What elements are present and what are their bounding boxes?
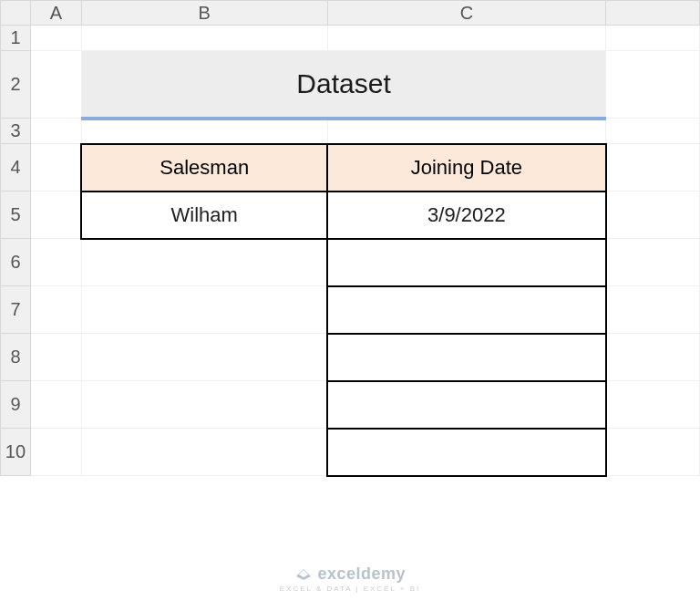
cell-B8[interactable] (81, 334, 327, 381)
cell-D5[interactable] (606, 192, 700, 239)
col-header-A[interactable]: A (30, 1, 81, 26)
col-header-C[interactable]: C (327, 1, 606, 26)
cell-A5[interactable] (30, 192, 81, 239)
row-header-8[interactable]: 8 (1, 334, 31, 381)
cell-salesman-1[interactable]: Wilham (81, 192, 327, 239)
cell-joining-date-2[interactable] (327, 239, 606, 286)
cell-B7[interactable] (81, 286, 327, 334)
watermark-brand: exceldemy (317, 564, 406, 583)
col-header-D[interactable] (606, 1, 700, 26)
table-header-salesman[interactable]: Salesman (81, 144, 327, 192)
svg-marker-0 (296, 569, 311, 580)
cell-D1[interactable] (606, 26, 700, 51)
svg-marker-1 (299, 570, 308, 577)
cell-A6[interactable] (30, 239, 81, 286)
cell-B3[interactable] (81, 119, 327, 144)
cell-joining-date-6[interactable] (327, 429, 606, 476)
table-header-joining-date[interactable]: Joining Date (327, 144, 606, 192)
cell-joining-date-3[interactable] (327, 286, 606, 334)
cell-A9[interactable] (30, 381, 81, 429)
row-header-3[interactable]: 3 (1, 119, 31, 144)
row-header-9[interactable]: 9 (1, 381, 31, 429)
watermark: exceldemy EXCEL & DATA | EXCEL + BI (0, 564, 700, 593)
row-header-7[interactable]: 7 (1, 286, 31, 334)
cell-D2[interactable] (606, 51, 700, 119)
cell-A4[interactable] (30, 144, 81, 192)
row-header-1[interactable]: 1 (1, 26, 31, 51)
cell-D3[interactable] (606, 119, 700, 144)
cell-A2[interactable] (30, 51, 81, 119)
cell-D9[interactable] (606, 381, 700, 429)
cell-joining-date-4[interactable] (327, 334, 606, 381)
cell-C1[interactable] (327, 26, 606, 51)
spreadsheet-grid: A B C 1 2 Dataset 3 4 Salesman Joining D… (0, 0, 700, 477)
cell-A10[interactable] (30, 429, 81, 476)
cell-D7[interactable] (606, 286, 700, 334)
select-all-corner[interactable] (1, 1, 31, 26)
row-header-2[interactable]: 2 (1, 51, 31, 119)
cell-A7[interactable] (30, 286, 81, 334)
cell-D10[interactable] (606, 429, 700, 476)
cell-A8[interactable] (30, 334, 81, 381)
cell-D8[interactable] (606, 334, 700, 381)
cell-D6[interactable] (606, 239, 700, 286)
cell-joining-date-5[interactable] (327, 381, 606, 429)
col-header-B[interactable]: B (81, 1, 327, 26)
cell-A3[interactable] (30, 119, 81, 144)
cell-C3[interactable] (327, 119, 606, 144)
cell-B1[interactable] (81, 26, 327, 51)
cell-B9[interactable] (81, 381, 327, 429)
cell-joining-date-1[interactable]: 3/9/2022 (327, 192, 606, 239)
cell-A1[interactable] (30, 26, 81, 51)
cell-B10[interactable] (81, 429, 327, 476)
row-header-10[interactable]: 10 (1, 429, 31, 476)
row-header-6[interactable]: 6 (1, 239, 31, 286)
cell-B6[interactable] (81, 239, 327, 286)
watermark-sub: EXCEL & DATA | EXCEL + BI (0, 585, 700, 593)
row-header-4[interactable]: 4 (1, 144, 31, 192)
cell-D4[interactable] (606, 144, 700, 192)
title-cell[interactable]: Dataset (81, 51, 605, 119)
exceldemy-logo-icon (294, 564, 313, 586)
row-header-5[interactable]: 5 (1, 192, 31, 239)
